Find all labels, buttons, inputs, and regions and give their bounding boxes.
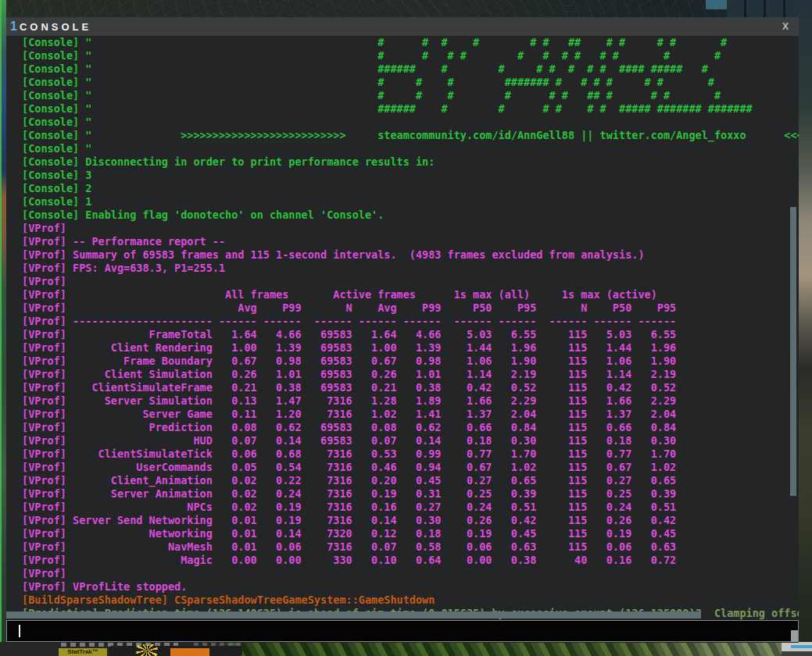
resize-grip[interactable] [791, 630, 798, 642]
console-line: [VProf] ClientSimulateFrame 0.21 0.38 69… [22, 381, 799, 394]
game-screen: StatTrak™ 1 CONSOLE X [Console] " # # # … [0, 0, 812, 656]
console-line: [Console] 3 [22, 169, 799, 182]
console-line: [Console] " [22, 116, 799, 129]
console-line: [Console] 2 [22, 182, 799, 195]
window-title: CONSOLE [20, 21, 91, 33]
horizontal-scrollbar[interactable] [6, 611, 701, 619]
vertical-scrollbar[interactable] [790, 207, 796, 496]
stattrak-badge: StatTrak™ [59, 648, 107, 656]
console-line: [VProf] [22, 222, 799, 235]
game-hud-strip: StatTrak™ [0, 642, 812, 656]
console-line: [VProf] Magic 0.00 0.00 330 0.10 0.64 0.… [22, 554, 799, 567]
console-line: [Console] 1 [22, 195, 799, 209]
console-line: [VProf] Client Rendering 1.00 1.39 69583… [22, 341, 799, 355]
console-line: [VProf] FPS: Avg=638.3, P1=255.1 [22, 262, 799, 275]
console-line: [Console] " # # # # # # ## # # # # [22, 89, 799, 102]
console-line: [VProf] NPCs 0.02 0.19 7316 0.16 0.27 0.… [22, 501, 799, 514]
side-panel-footer [782, 651, 812, 656]
side-panel-progress [791, 645, 812, 648]
background-window-pane [706, 0, 727, 9]
console-input[interactable] [6, 620, 799, 642]
console-line: [Console] Enabling flag 'donotecho' on c… [22, 209, 799, 222]
console-line: [VProf] Networking 0.01 0.14 7320 0.12 0… [22, 527, 799, 540]
console-line: [VProf] UserCommands 0.05 0.54 7316 0.46… [22, 461, 799, 474]
console-line: [Console] " # # # # # # # # # # # # [22, 49, 799, 62]
console-line: [VProf] -- Performance report -- [22, 235, 799, 248]
console-line: [VProf] Server Animation 0.02 0.24 7316 … [22, 487, 799, 501]
console-line: [Console] " >>>>>>>>>>>>>>>>>>>>>>>>>> s… [22, 129, 799, 142]
console-line: [Console] " [22, 142, 799, 155]
console-titlebar[interactable]: 1 CONSOLE X [6, 17, 799, 36]
console-line: [VProf] ClientSimulateTick 0.06 0.68 731… [22, 447, 799, 461]
console-line: [VProf] Server Simulation 0.13 1.47 7316… [22, 394, 799, 408]
background-green-edge [0, 0, 2, 656]
console-line: [VProf] FrameTotal 1.64 4.66 69583 1.64 … [22, 328, 799, 341]
console-output: [Console] " # # # # # # ## # # # # #[Con… [6, 36, 799, 620]
console-line: [VProf] [22, 567, 799, 580]
console-line: [VProf] Client Simulation 0.26 1.01 6958… [22, 368, 799, 381]
notification-badge: 1 [10, 17, 17, 36]
console-window: 1 CONSOLE X [Console] " # # # # # # ## #… [6, 17, 799, 643]
console-line: [VProf] ---------------------- ------ --… [22, 315, 799, 328]
console-line: [Console] Disconnecting in order to prin… [22, 155, 799, 169]
console-line: [VProf] Prediction 0.08 0.62 69583 0.08 … [22, 421, 799, 434]
console-line: [BuildSparseShadowTree] CSparseShadowTre… [22, 594, 799, 607]
console-line: [Console] " # # # ####### # # # # # # # [22, 76, 799, 89]
foliage-image [219, 642, 789, 656]
console-line: [VProf] Server Send Networking 0.01 0.19… [22, 514, 799, 527]
console-line: [VProf] [22, 275, 799, 288]
console-line: [Console] " ###### # # # # # # ##### ###… [22, 102, 799, 116]
console-line: [VProf] Frame Boundary 0.67 0.98 69583 0… [22, 355, 799, 368]
console-line: [VProf] VProfLite stopped. [22, 580, 799, 594]
orange-action-button[interactable] [170, 648, 209, 656]
text-cursor [19, 625, 20, 637]
console-line: [VProf] Server Game 0.11 1.20 7316 1.02 … [22, 408, 799, 421]
console-line: [Console] " ###### # # # # # # # #### ##… [22, 62, 799, 76]
console-line: [VProf] Avg P99 N Avg P99 P50 P95 N P50 … [22, 301, 799, 315]
console-line: [Console] " # # # # # # ## # # # # # [22, 36, 799, 49]
close-icon[interactable]: X [778, 20, 792, 34]
background-topo-map [0, 0, 812, 19]
console-line: [VProf] All frames Active frames 1s max … [22, 288, 799, 301]
console-line: [VProf] HUD 0.07 0.14 69583 0.07 0.14 0.… [22, 434, 799, 447]
console-line: [VProf] Summary of 69583 frames and 115 … [22, 248, 799, 262]
starburst-icon [131, 644, 163, 656]
console-line: [VProf] NavMesh 0.01 0.06 7316 0.07 0.58… [22, 540, 799, 554]
background-character-strip [799, 0, 812, 656]
console-line: [VProf] Client_Animation 0.02 0.22 7316 … [22, 474, 799, 487]
